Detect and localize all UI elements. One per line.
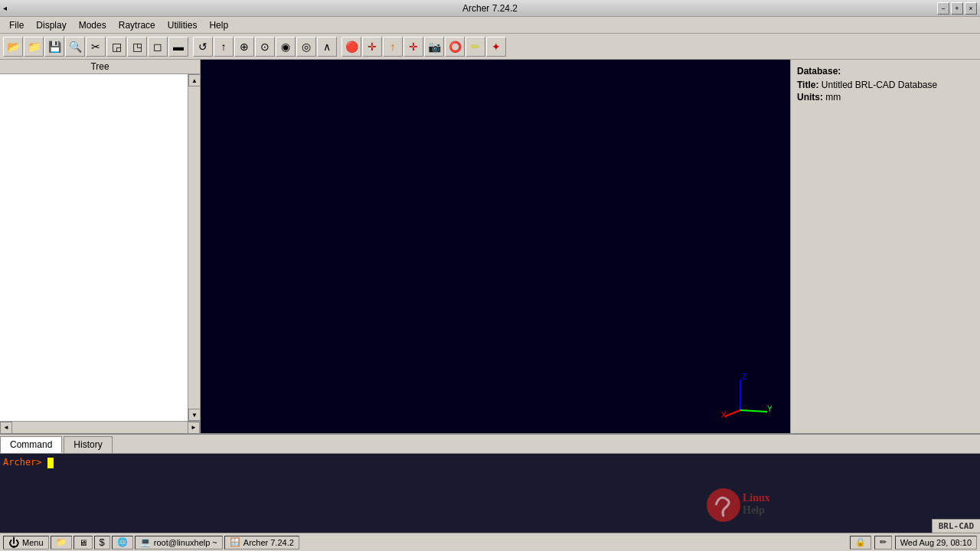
terminal-status-item[interactable]: 🖥 (74, 536, 93, 549)
move-up-button[interactable]: ↑ (214, 37, 234, 57)
right-panel: Database: Title: Untitled BRL-CAD Databa… (790, 60, 980, 433)
camera-button[interactable]: 📷 (424, 37, 444, 57)
window-title: Archer 7.24.2 (462, 3, 518, 14)
status-bar: ⏻ Menu 📁 🖥 $ 🌐 💻 root@linuxhelp ~ 🪟 Arch… (0, 533, 980, 551)
tree-content[interactable]: ▲ ▼ ◄ ► (0, 74, 200, 433)
command-prompt: Archer> (3, 457, 47, 468)
rect-button[interactable]: ◻ (148, 37, 168, 57)
svg-text:Help: Help (743, 504, 765, 516)
select2-button[interactable]: ◳ (127, 37, 147, 57)
tab-history[interactable]: History (64, 436, 112, 453)
menu-item-utilities[interactable]: Utilities (162, 18, 204, 32)
tree-panel: Tree ▲ ▼ ◄ ► (0, 60, 201, 433)
user-label: root@linuxhelp ~ (154, 538, 217, 547)
pin-button[interactable]: ◂ (3, 4, 7, 12)
title-bar-controls: − + × (937, 2, 977, 15)
time-display: Wed Aug 29, 08:10 (900, 538, 972, 547)
menu-item-file[interactable]: File (3, 18, 30, 32)
terminal-icon: 🖥 (79, 538, 87, 547)
open-file-button[interactable]: 📁 (24, 37, 44, 57)
globe2-button[interactable]: ◉ (276, 37, 296, 57)
power-icon-item: ⏻ Menu (3, 536, 49, 549)
app-window-icon: 🪟 (230, 537, 240, 547)
h-scroll-track (12, 422, 188, 434)
user-icon: 💻 (140, 537, 151, 547)
menu-item-help[interactable]: Help (203, 18, 234, 32)
cut-button[interactable]: ✂ (86, 37, 106, 57)
maximize-button[interactable]: + (951, 2, 963, 15)
svg-text:X: X (721, 411, 727, 418)
browser-status-item[interactable]: 🌐 (112, 536, 133, 549)
command-area[interactable]: Archer> Linux Help BRL-CAD (0, 454, 980, 533)
axes-indicator: Z X Y (721, 372, 775, 418)
minimize-button[interactable]: − (937, 2, 949, 15)
menu-item-raytrace[interactable]: Raytrace (113, 18, 162, 32)
title-bar: ◂ Archer 7.24.2 − + × (0, 0, 980, 17)
database-units-row: Units: mm (797, 92, 974, 103)
scroll-up-button[interactable]: ▲ (188, 74, 200, 86)
browser-icon: 🌐 (117, 537, 128, 547)
circle-button[interactable]: ⭕ (445, 37, 465, 57)
undo-button[interactable]: ↺ (193, 37, 213, 57)
tab-bar: Command History (0, 435, 980, 454)
main-content: Tree ▲ ▼ ◄ ► Z X (0, 60, 980, 433)
cross2-button[interactable]: ↑ (383, 37, 403, 57)
scroll-left-button[interactable]: ◄ (0, 422, 12, 434)
svg-point-6 (707, 488, 740, 522)
rect2-button[interactable]: ▬ (168, 37, 188, 57)
app-item[interactable]: 🪟 Archer 7.24.2 (224, 536, 299, 549)
menu-label[interactable]: Menu (22, 538, 44, 547)
power-icon: ⏻ (8, 536, 19, 549)
scroll-down-button[interactable]: ▼ (188, 409, 200, 421)
menu-item-modes[interactable]: Modes (73, 18, 113, 32)
svg-line-4 (740, 410, 767, 412)
scroll-right-button[interactable]: ► (188, 422, 200, 434)
command-cursor (47, 458, 54, 468)
fire-button[interactable]: 🔴 (341, 37, 361, 57)
shell-status-item[interactable]: $ (94, 536, 110, 549)
center-button[interactable]: ⊕ (234, 37, 254, 57)
title-bar-left: ◂ (3, 4, 7, 12)
tree-scrollbar-horizontal[interactable]: ◄ ► (0, 421, 200, 433)
svg-text:Linux: Linux (743, 492, 770, 504)
units-label: Units: (797, 92, 823, 103)
pencil-button[interactable]: ✏ (466, 37, 485, 57)
menu-item-display[interactable]: Display (30, 18, 72, 32)
menu-bar: FileDisplayModesRaytraceUtilitiesHelp (0, 17, 980, 34)
tab-command[interactable]: Command (0, 436, 62, 453)
brlcad-badge: BRL-CAD (932, 519, 980, 533)
volume-icon-item: ✏ (874, 536, 892, 549)
cross1-button[interactable]: ✛ (362, 37, 382, 57)
toolbar: 📂📁💾🔍✂◲◳◻▬↺↑⊕⊙◉◎∧🔴✛↑✛📷⭕✏✦ (0, 34, 980, 60)
toolbar-separator (338, 37, 341, 57)
database-title-row: Title: Untitled BRL-CAD Database (797, 80, 974, 90)
globe3-button[interactable]: ◎ (296, 37, 316, 57)
network-icon-item: 🔒 (850, 536, 871, 549)
open-db-button[interactable]: 📂 (3, 37, 23, 57)
folder-status-item[interactable]: 📁 (51, 536, 72, 549)
network-icon: 🔒 (855, 537, 866, 547)
folder-icon: 📁 (56, 537, 67, 547)
viewport[interactable]: Z X Y (201, 60, 790, 433)
database-section-title: Database: (797, 66, 974, 77)
shell-icon: $ (100, 536, 105, 548)
measure-button[interactable]: ∧ (317, 37, 337, 57)
status-right: 🔒 ✏ Wed Aug 29, 08:10 (850, 536, 977, 549)
svg-text:Z: Z (742, 373, 746, 381)
close-button[interactable]: × (965, 2, 977, 15)
bottom-panel: Command History Archer> Linux Help BRL-C… (0, 433, 980, 533)
cross3-button[interactable]: ✛ (403, 37, 423, 57)
clock-item: Wed Aug 29, 08:10 (895, 536, 977, 549)
star-button[interactable]: ✦ (486, 37, 506, 57)
save-button[interactable]: 💾 (44, 37, 64, 57)
units-value: mm (825, 92, 841, 103)
user-item[interactable]: 💻 root@linuxhelp ~ (135, 536, 223, 549)
search-button[interactable]: 🔍 (65, 37, 85, 57)
select-button[interactable]: ◲ (106, 37, 126, 57)
tree-scrollbar-vertical[interactable]: ▲ ▼ (188, 74, 200, 421)
svg-line-2 (725, 410, 740, 416)
pencil-status-icon: ✏ (880, 537, 887, 547)
globe1-button[interactable]: ⊙ (255, 37, 275, 57)
scroll-track (188, 86, 200, 409)
title-label: Title: (797, 80, 818, 90)
